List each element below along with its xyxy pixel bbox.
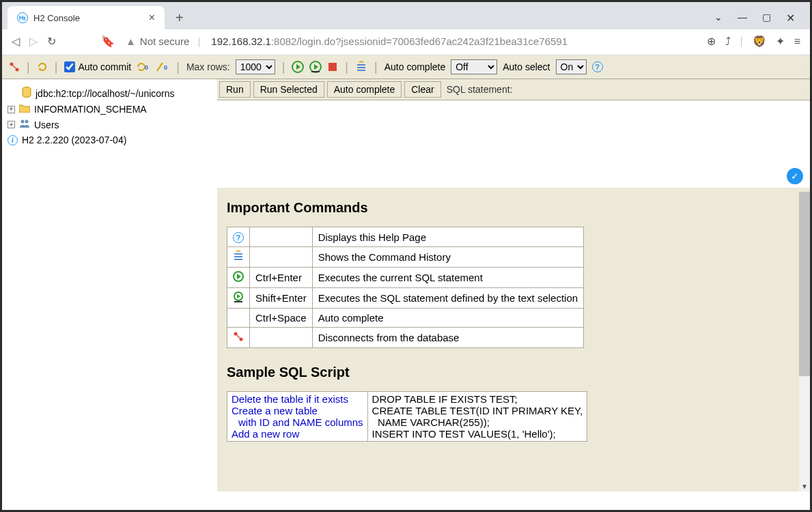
new-tab-button[interactable]: + [170, 8, 189, 29]
sample-link[interactable]: with ID and NAME columns [232, 416, 363, 428]
history-icon[interactable] [233, 252, 244, 264]
chevron-down-icon[interactable]: ⌄ [714, 12, 723, 25]
window-controls: ⌄ — ▢ ✕ [714, 12, 804, 25]
not-secure-label: Not secure [140, 35, 190, 47]
run-icon[interactable] [292, 61, 304, 73]
auto-commit-input[interactable] [64, 61, 75, 72]
shortcut-cell: Ctrl+Space [250, 309, 313, 328]
check-badge-icon[interactable]: ✓ [787, 168, 803, 184]
shortcut-cell [250, 328, 313, 348]
sql-textarea[interactable] [217, 100, 810, 188]
close-tab-icon[interactable]: × [149, 12, 155, 24]
extensions-icon[interactable]: ✦ [776, 35, 785, 48]
history-icon[interactable] [355, 61, 367, 73]
maximize-icon[interactable]: ▢ [762, 12, 771, 25]
run-selected-icon[interactable] [233, 293, 244, 304]
close-window-icon[interactable]: ✕ [786, 12, 795, 25]
warning-icon: ▲ [126, 35, 136, 47]
url-path: /login.do?jsessionid=70063fed67ac242a3f2… [296, 35, 568, 47]
folder-icon [19, 104, 30, 115]
url-host: 192.168.32.1 [211, 35, 271, 47]
url-port: :8082 [271, 35, 297, 47]
sample-links-cell: Delete the table if it exists Create a n… [227, 392, 368, 442]
users-icon [19, 119, 30, 130]
back-button[interactable]: ◁ [12, 35, 20, 48]
svg-line-4 [157, 63, 163, 71]
address-bar: ◁ ▷ ↻ 🔖 ▲ Not secure | 192.168.32.1:8082… [2, 29, 810, 55]
svg-text:0: 0 [164, 64, 167, 71]
forward-button[interactable]: ▷ [29, 35, 38, 48]
desc-cell: Displays this Help Page [312, 227, 584, 247]
table-row: Delete the table if it exists Create a n… [227, 392, 587, 442]
auto-complete-button[interactable]: Auto complete [327, 81, 402, 98]
disconnect-icon[interactable] [9, 61, 20, 72]
sql-statement-label: SQL statement: [447, 84, 513, 95]
desc-cell: Auto complete [312, 309, 584, 328]
expand-icon[interactable]: + [8, 121, 15, 128]
commands-table: ? Displays this Help Page Shows the Comm… [227, 227, 584, 348]
rollback-icon[interactable]: 0 [156, 61, 169, 72]
database-icon [22, 87, 31, 100]
stop-icon[interactable] [327, 61, 338, 72]
shortcut-cell [250, 227, 313, 247]
refresh-icon[interactable] [37, 61, 48, 72]
max-rows-select[interactable]: 1000 [236, 59, 275, 74]
browser-tab[interactable]: H₂ H2 Console × [8, 6, 165, 29]
url-box[interactable]: ▲ Not secure | 192.168.32.1:8082/login.d… [126, 35, 696, 47]
brave-shields-icon[interactable]: 🦁 [753, 35, 766, 48]
tab-title: H2 Console [33, 13, 80, 23]
not-secure-indicator[interactable]: ▲ Not secure | [126, 35, 204, 47]
zoom-icon[interactable]: ⊕ [707, 35, 716, 48]
commit-icon[interactable]: 0 [137, 61, 150, 72]
run-icon[interactable] [233, 272, 244, 284]
menu-icon[interactable]: ≡ [794, 35, 800, 48]
desc-cell: Shows the Command History [312, 247, 584, 268]
svg-text:0: 0 [145, 64, 148, 71]
auto-commit-checkbox[interactable]: Auto commit [64, 61, 131, 72]
version-node[interactable]: i H2 2.2.220 (2023-07-04) [8, 132, 212, 147]
help-icon[interactable]: ? [233, 232, 244, 243]
sample-link[interactable]: Delete the table if it exists [232, 393, 348, 405]
info-schema-label: INFORMATION_SCHEMA [34, 104, 147, 115]
sidebar: jdbc:h2:tcp://localhost/~/unicorns + INF… [2, 79, 217, 492]
expand-icon[interactable]: + [8, 106, 15, 113]
db-node[interactable]: jdbc:h2:tcp://localhost/~/unicorns [8, 85, 212, 102]
users-node[interactable]: + Users [8, 117, 212, 132]
info-icon: i [8, 135, 18, 145]
bookmark-icon[interactable]: 🔖 [101, 35, 115, 48]
scrollbar-down-icon[interactable]: ▼ [799, 481, 810, 492]
shortcut-cell [250, 247, 313, 268]
disconnect-icon[interactable] [233, 332, 244, 344]
desc-cell: Disconnects from the database [312, 328, 584, 348]
help-icon[interactable]: ? [592, 61, 603, 72]
auto-commit-label-text: Auto commit [78, 61, 131, 72]
shortcut-cell: Shift+Enter [250, 288, 313, 309]
sample-code-cell: DROP TABLE IF EXISTS TEST; CREATE TABLE … [367, 392, 587, 442]
main-area: jdbc:h2:tcp://localhost/~/unicorns + INF… [2, 79, 810, 492]
h2-toolbar: | | Auto commit 0 0 | Max rows: 1000 | |… [2, 55, 810, 79]
shortcut-cell: Ctrl+Enter [250, 268, 313, 288]
run-selected-icon[interactable] [309, 61, 322, 73]
run-selected-button[interactable]: Run Selected [253, 81, 324, 98]
sample-link[interactable]: Create a new table [232, 405, 318, 416]
version-label: H2 2.2.220 (2023-07-04) [22, 134, 126, 145]
clear-button[interactable]: Clear [404, 81, 440, 98]
share-icon[interactable]: ⤴ [725, 35, 731, 48]
auto-complete-select[interactable]: Off [451, 59, 497, 74]
auto-select-select[interactable]: On [556, 59, 587, 74]
run-button[interactable]: Run [219, 81, 251, 98]
desc-cell: Executes the SQL statement defined by th… [312, 288, 584, 309]
svg-point-22 [234, 332, 238, 336]
desc-cell: Executes the current SQL statement [312, 268, 584, 288]
info-schema-node[interactable]: + INFORMATION_SCHEMA [8, 102, 212, 117]
scrollbar-thumb[interactable] [799, 192, 810, 376]
content-area: Run Run Selected Auto complete Clear SQL… [217, 79, 810, 492]
table-row: Shift+Enter Executes the SQL statement d… [227, 288, 584, 309]
table-row: Ctrl+Enter Executes the current SQL stat… [227, 268, 584, 288]
svg-point-0 [10, 63, 14, 66]
db-url-label: jdbc:h2:tcp://localhost/~/unicorns [36, 88, 175, 99]
svg-point-23 [240, 338, 243, 341]
sample-link[interactable]: Add a new row [232, 428, 299, 440]
minimize-icon[interactable]: — [738, 12, 747, 25]
reload-button[interactable]: ↻ [47, 35, 56, 48]
